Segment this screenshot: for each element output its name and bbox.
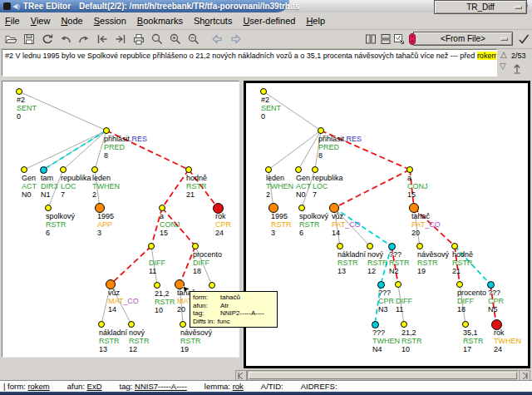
- tree-node[interactable]: [451, 243, 458, 249]
- tree-node[interactable]: [98, 321, 105, 328]
- split-vertical-button[interactable]: [363, 32, 378, 47]
- menu-user-defined[interactable]: User-defined: [243, 16, 295, 26]
- undo-button[interactable]: [58, 32, 73, 47]
- tree-node[interactable]: [401, 321, 407, 328]
- node-label: spolkovýRSTR6: [299, 212, 328, 237]
- undo-icon: [59, 32, 72, 46]
- tree-node[interactable]: [312, 166, 318, 173]
- tree-node[interactable]: [388, 243, 396, 250]
- context-select[interactable]: <From File>: [413, 32, 513, 46]
- goto-root-icon[interactable]: [511, 62, 523, 78]
- menu-shortcuts[interactable]: Shortcuts: [194, 16, 233, 26]
- tree-node[interactable]: [45, 205, 52, 211]
- tree-panel-right-active[interactable]: #2SENT0přihlásit.RESPRED8ledenTWHEN2GenA…: [244, 81, 530, 368]
- tree-node[interactable]: [395, 281, 401, 288]
- tree-node[interactable]: [148, 243, 155, 249]
- title-tab[interactable]: ◀) TRee EDitorDefault(2/2): /mnt/h/treeb…: [0, 0, 289, 12]
- node-label: rokTWHEN24: [494, 328, 521, 353]
- split-horizontal-icon: [379, 32, 392, 46]
- menu-node[interactable]: Node: [61, 16, 82, 26]
- prev-tree-button[interactable]: [95, 32, 110, 47]
- open-file-button[interactable]: [3, 32, 18, 47]
- tree-node[interactable]: [295, 166, 302, 173]
- save-icon: [22, 32, 36, 46]
- tree-node[interactable]: [377, 281, 385, 289]
- status-value[interactable]: NNIS7-----A----: [135, 382, 187, 391]
- tree-node[interactable]: [91, 166, 98, 173]
- tree-node[interactable]: [159, 205, 165, 211]
- tree-node[interactable]: [487, 281, 495, 289]
- stylesheet-select[interactable]: TR_Diff: [434, 0, 527, 14]
- sentence-text[interactable]: #2 V lednu 1995 bylo ve Spolkové republi…: [2, 49, 497, 77]
- zoom-button[interactable]: [150, 32, 165, 47]
- scroll-down-icon[interactable]: ▽: [500, 62, 506, 71]
- reload-button[interactable]: [40, 32, 55, 47]
- status-tag: tag: NNIS7-----A----: [120, 382, 187, 391]
- tree-node[interactable]: [337, 243, 343, 249]
- status-value[interactable]: rokem: [27, 382, 49, 391]
- tree-node[interactable]: [128, 321, 135, 328]
- node-label: republikaLOC7: [61, 174, 91, 199]
- tree-node[interactable]: [456, 281, 463, 288]
- tree-node[interactable]: [40, 166, 47, 174]
- back-button[interactable]: [209, 32, 224, 47]
- zoom-out-button[interactable]: [186, 32, 201, 47]
- status-lemma: lemma: rok: [204, 382, 244, 391]
- tree-node[interactable]: [103, 127, 110, 134]
- tree-node[interactable]: [209, 282, 215, 289]
- tree-node[interactable]: [60, 166, 66, 173]
- split-vertical-icon: [364, 32, 377, 46]
- tree-node[interactable]: [406, 166, 413, 173]
- node-label: ???CPRN3: [378, 289, 394, 314]
- node-label: 21,2RSTR10: [401, 328, 422, 353]
- tooltip-row: Diffs in:func: [193, 318, 274, 326]
- node-label: ledenTWHEN2: [266, 174, 293, 199]
- tree-node[interactable]: [416, 243, 423, 249]
- status-value[interactable]: ExD: [87, 382, 102, 391]
- node-label: 21,2RSTR10: [155, 289, 175, 314]
- menu-file[interactable]: File: [5, 16, 20, 26]
- redo-button[interactable]: [76, 32, 91, 47]
- node-label: ???TWHENN4: [372, 328, 400, 353]
- tree-node[interactable]: [462, 321, 469, 328]
- checkmark-button[interactable]: [516, 32, 531, 47]
- next-tree-button[interactable]: [113, 32, 128, 47]
- zoom-in-button[interactable]: [168, 32, 183, 47]
- balloon-toggle-button[interactable]: [405, 32, 420, 47]
- tree-node[interactable]: [16, 88, 22, 95]
- status-value[interactable]: rok: [233, 382, 244, 391]
- menu-help[interactable]: Help: [306, 16, 325, 26]
- tred-window: ◀) TRee EDitorDefault(2/2): /mnt/h/treeb…: [0, 0, 532, 395]
- tree-node[interactable]: [185, 166, 192, 173]
- tree-node[interactable]: [372, 321, 379, 328]
- checkmark-icon: [517, 32, 530, 46]
- tree-node[interactable]: [318, 127, 324, 134]
- node-label: ledenTWHEN2: [92, 174, 120, 199]
- node-label: republikaLOC7: [313, 174, 343, 199]
- tree-node[interactable]: [154, 282, 160, 289]
- forward-button[interactable]: [229, 32, 244, 47]
- tree-node[interactable]: [21, 166, 27, 173]
- tree-area: #2SENT0přihlásit.RESPRED8GenACTN0tamDIR3…: [0, 78, 532, 380]
- next-tree-icon: [114, 32, 127, 46]
- save-button[interactable]: [22, 32, 37, 47]
- node-label: ???RSTRN2: [389, 250, 410, 275]
- menu-session[interactable]: Session: [94, 16, 126, 26]
- scroll-up-icon[interactable]: △: [500, 51, 507, 59]
- sentence-prefix: #2 V lednu 1995 bylo ve Spolkové republi…: [5, 52, 477, 60]
- menu-view[interactable]: View: [31, 16, 51, 26]
- tree-node[interactable]: [367, 243, 373, 249]
- tree-node[interactable]: [265, 166, 272, 173]
- tree-node[interactable]: [298, 205, 305, 211]
- menu-bookmarks[interactable]: Bookmarks: [137, 16, 183, 26]
- tree-node[interactable]: [260, 88, 267, 95]
- tree-node[interactable]: [180, 321, 186, 328]
- forward-icon: [229, 32, 243, 46]
- print-button[interactable]: [131, 32, 146, 47]
- node-label: spolkovýRSTR6: [46, 212, 75, 237]
- tooltip-row: afun:Atr: [193, 302, 274, 310]
- tree-node[interactable]: [192, 243, 199, 249]
- scrollbar-thumb[interactable]: [249, 372, 517, 379]
- reload-icon: [41, 32, 54, 46]
- tree-counter: 2/53: [511, 52, 526, 60]
